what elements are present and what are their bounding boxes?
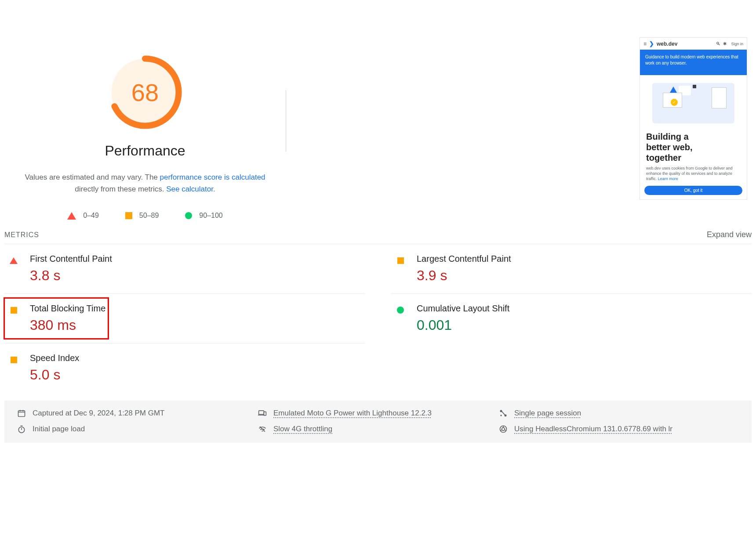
chrome-icon [498,424,508,434]
page-screenshot-thumbnail[interactable]: ≡ ❯ web.dev 🔍︎ ✱ Sign in Guidance to bui… [640,37,747,200]
metric-row[interactable]: First Contentful Paint3.8 s [4,244,365,294]
metric-label: Largest Contentful Paint [417,254,511,264]
metric-label: Speed Index [30,353,79,363]
metric-value: 0.001 [417,317,509,333]
chromium-text[interactable]: Using HeadlessChromium 131.0.6778.69 wit… [514,425,672,433]
legend-avg-label: 50–89 [139,212,159,220]
score-legend: 0–49 50–89 90–100 [67,212,222,220]
brand-label: web.dev [657,41,713,47]
desc-text: Values are estimated and may vary. The [25,173,160,181]
cookie-learn-link: Learn more [658,177,678,181]
captured-cell: Captured at Dec 9, 2024, 1:28 PM GMT [17,408,258,418]
preview-column: ≡ ❯ web.dev 🔍︎ ✱ Sign in Guidance to bui… [286,37,752,220]
metric-value: 3.9 s [417,267,511,284]
thumb-cookie-text: web.dev uses cookies from Google to deli… [640,163,747,183]
thumb-banner: Guidance to build modern web experiences… [640,50,747,75]
performance-title: Performance [105,143,185,159]
stopwatch-icon [17,424,26,434]
emulated-cell: Emulated Moto G Power with Lighthouse 12… [258,408,498,418]
logo-icon: ❯ [649,40,654,47]
thumb-ok-button: OK, got it [644,186,742,195]
initial-cell: Initial page load [17,424,258,434]
hl-line3: together [646,152,741,163]
metrics-heading-label: METRICS [4,231,39,239]
thumb-hero: ✓ [640,75,747,128]
triangle-icon [67,212,76,220]
captured-text: Captured at Dec 9, 2024, 1:28 PM GMT [33,409,164,418]
legend-fail: 0–49 [67,212,99,220]
hl-line1: Building a [646,131,741,142]
metric-value: 3.8 s [30,267,112,284]
throttling-text[interactable]: Slow 4G throttling [273,425,332,433]
svg-rect-3 [259,411,264,415]
network-icon [258,424,267,434]
performance-score: 68 [108,55,182,130]
legend-pass-label: 90–100 [199,212,222,220]
see-calculator-link[interactable]: See calculator. [166,185,215,193]
performance-gauge: 68 [108,55,182,130]
triangle-icon [9,256,18,265]
svg-point-7 [500,415,502,416]
calendar-icon [17,408,26,418]
thumb-header: ≡ ❯ web.dev 🔍︎ ✱ Sign in [640,38,747,50]
session-icon [498,408,508,418]
metric-label: Cumulative Layout Shift [417,303,509,314]
performance-description: Values are estimated and may vary. The p… [22,171,268,195]
metrics-header: METRICS Expand view [4,227,752,244]
metric-row[interactable]: Total Blocking Time380 ms [4,294,365,343]
square-icon [9,355,18,365]
metric-value: 380 ms [30,317,105,333]
performance-gauge-column: 68 Performance Values are estimated and … [4,37,286,220]
score-calc-link[interactable]: performance score is calculated [160,173,265,181]
search-icon: 🔍︎ [716,41,720,46]
summary-row: 68 Performance Values are estimated and … [4,0,752,224]
svg-rect-2 [18,411,25,417]
desc-text2: directly from these metrics. [75,185,166,193]
legend-fail-label: 0–49 [83,212,99,220]
circle-icon [185,212,192,219]
session-text[interactable]: Single page session [514,409,581,418]
vertical-divider [286,37,286,220]
square-icon [9,305,18,315]
legend-pass: 90–100 [185,212,222,220]
metric-label: Total Blocking Time [30,303,105,314]
signin-label: Sign in [731,42,743,46]
hl-line2: better web, [646,142,741,152]
square-icon [125,212,132,219]
thumb-headline: Building a better web, together [640,128,747,163]
throttling-cell: Slow 4G throttling [258,424,498,434]
metric-value: 5.0 s [30,367,79,383]
chromium-cell: Using HeadlessChromium 131.0.6778.69 wit… [498,424,739,434]
circle-icon [396,305,405,315]
runtime-footer: Captured at Dec 9, 2024, 1:28 PM GMT Emu… [4,401,752,443]
square-icon [396,256,405,265]
session-cell: Single page session [498,408,739,418]
metric-label: First Contentful Paint [30,254,112,264]
expand-view-toggle[interactable]: Expand view [707,230,752,239]
emulated-text[interactable]: Emulated Moto G Power with Lighthouse 12… [273,409,432,418]
theme-icon: ✱ [723,41,727,46]
initial-text: Initial page load [33,425,85,433]
metric-row[interactable]: Largest Contentful Paint3.9 s [391,244,752,294]
svg-point-10 [502,428,505,431]
metrics-grid: First Contentful Paint3.8 sLargest Conte… [4,244,752,393]
metric-row[interactable]: Speed Index5.0 s [4,343,365,393]
menu-icon: ≡ [643,41,647,47]
svg-rect-4 [264,412,266,415]
legend-average: 50–89 [125,212,159,220]
metric-row[interactable]: Cumulative Layout Shift0.001 [391,294,752,343]
devices-icon [258,408,267,418]
